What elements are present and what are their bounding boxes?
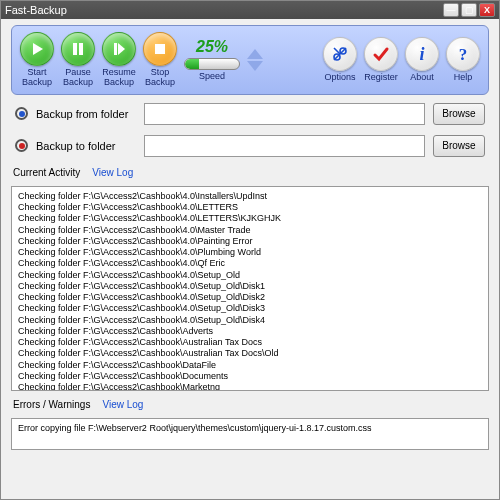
speed-bar [184,58,240,70]
log-line: Checking folder F:\G\Access2\Cashbook\4.… [18,292,482,303]
svg-rect-5 [155,44,165,54]
log-line: Error copying file F:\Webserver2 Root\jq… [18,423,482,434]
errors-log[interactable]: Error copying file F:\Webserver2 Root\jq… [11,418,489,450]
activity-log[interactable]: Checking folder F:\G\Access2\Cashbook\4.… [11,186,489,391]
start-backup-button[interactable]: StartBackup [20,32,54,88]
backup-to-input[interactable] [144,135,425,157]
register-icon [364,37,398,71]
pause-icon [61,32,95,66]
speed-arrows [247,49,263,71]
speed-down-button[interactable] [247,61,263,71]
app-window: Fast-Backup — ▢ X StartBackup PauseBacku… [0,0,500,500]
register-button[interactable]: Register [364,37,398,83]
log-line: Checking folder F:\G\Access2\Cashbook\4.… [18,270,482,281]
minimize-button[interactable]: — [443,3,459,17]
options-icon [323,37,357,71]
svg-line-9 [334,48,340,54]
log-line: Checking folder F:\G\Access2\Cashbook\Ad… [18,326,482,337]
log-line: Checking folder F:\G\Access2\Cashbook\4.… [18,236,482,247]
log-line: Checking folder F:\G\Access2\Cashbook\4.… [18,258,482,269]
close-button[interactable]: X [479,3,495,17]
browse-to-button[interactable]: Browse [433,135,485,157]
about-button[interactable]: i About [405,37,439,83]
window-title: Fast-Backup [5,4,443,16]
titlebar: Fast-Backup — ▢ X [1,1,499,19]
svg-marker-4 [118,43,125,55]
svg-rect-1 [73,43,77,55]
log-line: Checking folder F:\G\Access2\Cashbook\Au… [18,337,482,348]
stop-backup-button[interactable]: StopBackup [143,32,177,88]
stop-icon [143,32,177,66]
svg-rect-2 [79,43,83,55]
log-line: Checking folder F:\G\Access2\Cashbook\4.… [18,213,482,224]
log-line: Checking folder F:\G\Access2\Cashbook\4.… [18,303,482,314]
log-line: Checking folder F:\G\Access2\Cashbook\Au… [18,348,482,359]
speed-percent: 25% [196,38,228,56]
speed-indicator: 25% Speed [184,38,240,82]
backup-to-label: Backup to folder [36,140,136,152]
errors-header: Errors / Warnings [13,399,90,410]
log-line: Checking folder F:\G\Access2\Cashbook\4.… [18,191,482,202]
resume-backup-button[interactable]: ResumeBackup [102,32,136,88]
backup-from-radio[interactable] [15,107,28,120]
errors-view-log-link[interactable]: View Log [102,399,143,410]
backup-from-label: Backup from folder [36,108,136,120]
log-line: Checking folder F:\G\Access2\Cashbook\4.… [18,281,482,292]
svg-marker-0 [33,43,43,55]
log-line: Checking folder F:\G\Access2\Cashbook\Ma… [18,382,482,391]
browse-from-button[interactable]: Browse [433,103,485,125]
help-button[interactable]: ? Help [446,37,480,83]
backup-from-input[interactable] [144,103,425,125]
play-icon [20,32,54,66]
resume-icon [102,32,136,66]
activity-view-log-link[interactable]: View Log [92,167,133,178]
help-icon: ? [446,37,480,71]
svg-text:i: i [419,44,424,64]
toolbar: StartBackup PauseBackup ResumeBackup Sto… [11,25,489,95]
maximize-button[interactable]: ▢ [461,3,477,17]
log-line: Checking folder F:\G\Access2\Cashbook\Da… [18,360,482,371]
log-line: Checking folder F:\G\Access2\Cashbook\4.… [18,202,482,213]
log-line: Checking folder F:\G\Access2\Cashbook\4.… [18,315,482,326]
log-line: Checking folder F:\G\Access2\Cashbook\Do… [18,371,482,382]
pause-backup-button[interactable]: PauseBackup [61,32,95,88]
options-button[interactable]: Options [323,37,357,83]
speed-up-button[interactable] [247,49,263,59]
log-line: Checking folder F:\G\Access2\Cashbook\4.… [18,225,482,236]
backup-to-radio[interactable] [15,139,28,152]
info-icon: i [405,37,439,71]
activity-header: Current Activity [13,167,80,178]
log-line: Checking folder F:\G\Access2\Cashbook\4.… [18,247,482,258]
svg-text:?: ? [459,45,468,64]
svg-rect-3 [114,43,117,55]
